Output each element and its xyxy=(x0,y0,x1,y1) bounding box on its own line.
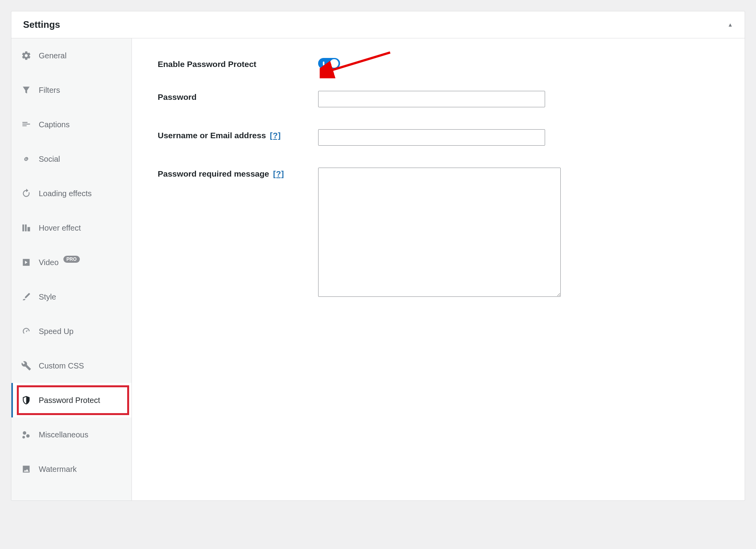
image-icon xyxy=(21,464,32,475)
svg-point-2 xyxy=(22,436,25,439)
help-username[interactable]: [?] xyxy=(270,131,281,140)
sidebar-item-label: Filters xyxy=(39,86,60,95)
brush-icon xyxy=(21,291,32,302)
hover-icon xyxy=(21,222,32,233)
sidebar-item-social[interactable]: Social xyxy=(11,142,131,176)
row-username: Username or Email address [?] xyxy=(158,129,719,146)
label-message: Password required message [?] xyxy=(158,168,310,179)
sidebar-item-label: Password Protect xyxy=(39,396,100,405)
textarea-message[interactable] xyxy=(318,168,561,297)
label-enable-password-protect: Enable Password Protect xyxy=(158,58,310,69)
gauge-icon xyxy=(21,326,32,337)
input-password[interactable] xyxy=(318,91,545,107)
help-message[interactable]: [?] xyxy=(273,169,284,178)
sidebar-item-password-protect[interactable]: Password Protect xyxy=(11,383,131,417)
toggle-enable-password-protect[interactable] xyxy=(318,58,340,69)
panel-header: Settings ▲ xyxy=(11,11,745,38)
sidebar-item-label: Miscellaneous xyxy=(39,430,88,439)
gear-icon xyxy=(21,50,32,61)
sidebar-item-label: Style xyxy=(39,293,56,302)
toggle-knob xyxy=(330,59,338,68)
sidebar-item-label: Captions xyxy=(39,120,70,129)
sidebar-item-miscellaneous[interactable]: Miscellaneous xyxy=(11,417,131,452)
sidebar-item-video[interactable]: Video PRO xyxy=(11,245,131,280)
sidebar-item-speed-up[interactable]: Speed Up xyxy=(11,314,131,349)
captions-icon xyxy=(21,119,32,130)
misc-icon xyxy=(21,429,32,440)
sidebar-item-label: Watermark xyxy=(39,465,77,474)
settings-sidebar: General Filters Captions Social xyxy=(11,38,132,500)
settings-content: Enable Password Protect Password Usernam… xyxy=(132,38,745,500)
settings-panel: Settings ▲ General Filters Captions xyxy=(11,11,745,501)
link-icon xyxy=(21,154,32,164)
sidebar-item-label: Loading effects xyxy=(39,189,92,198)
sidebar-item-hover-effect[interactable]: Hover effect xyxy=(11,211,131,245)
panel-body: General Filters Captions Social xyxy=(11,38,745,500)
sidebar-item-label: Custom CSS xyxy=(39,361,84,370)
sidebar-item-watermark[interactable]: Watermark xyxy=(11,452,131,486)
svg-point-1 xyxy=(26,434,30,438)
label-username-text: Username or Email address xyxy=(158,131,266,140)
play-icon xyxy=(21,257,32,268)
sidebar-item-custom-css[interactable]: Custom CSS xyxy=(11,349,131,383)
shield-icon xyxy=(21,395,32,406)
row-message: Password required message [?] xyxy=(158,168,719,297)
label-message-text: Password required message xyxy=(158,169,269,178)
label-password: Password xyxy=(158,91,310,102)
sidebar-item-captions[interactable]: Captions xyxy=(11,107,131,142)
sidebar-item-loading-effects[interactable]: Loading effects xyxy=(11,176,131,211)
sidebar-item-general[interactable]: General xyxy=(11,38,131,73)
sidebar-item-label: General xyxy=(39,51,67,60)
filter-icon xyxy=(21,85,32,96)
label-username: Username or Email address [?] xyxy=(158,129,310,140)
row-password: Password xyxy=(158,91,719,107)
svg-point-0 xyxy=(23,431,26,435)
sidebar-item-label: Speed Up xyxy=(39,327,74,336)
input-username[interactable] xyxy=(318,129,545,146)
sidebar-item-style[interactable]: Style xyxy=(11,280,131,314)
panel-title: Settings xyxy=(23,19,60,30)
row-enable-password-protect: Enable Password Protect xyxy=(158,58,719,69)
sidebar-item-label: Video xyxy=(39,258,59,267)
reload-icon xyxy=(21,188,32,199)
sidebar-item-label: Social xyxy=(39,155,60,164)
collapse-toggle[interactable]: ▲ xyxy=(727,22,733,28)
sidebar-item-filters[interactable]: Filters xyxy=(11,73,131,107)
pro-badge: PRO xyxy=(63,256,80,263)
sidebar-item-label: Hover effect xyxy=(39,224,81,233)
wrench-icon xyxy=(21,360,32,371)
